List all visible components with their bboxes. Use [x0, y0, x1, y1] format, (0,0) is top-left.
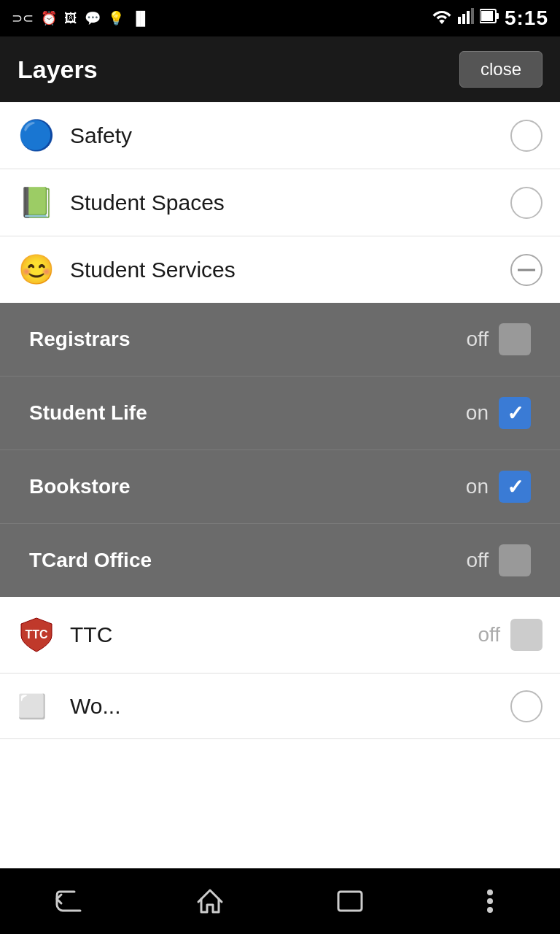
ttc-layer-item[interactable]: TTC TTC off: [0, 597, 560, 674]
registrars-toggle-area: off: [454, 323, 531, 355]
partial-expand-icon[interactable]: [510, 690, 542, 722]
bookstore-state: on: [454, 475, 489, 498]
tcard-office-sub-item: TCard Office off: [0, 524, 560, 597]
battery-icon: [480, 8, 499, 28]
bookstore-label: Bookstore: [29, 475, 454, 498]
student-life-state: on: [454, 401, 489, 425]
registrars-state: off: [454, 328, 489, 351]
image-icon: 🖼: [64, 11, 77, 26]
bookstore-toggle[interactable]: ✓: [499, 471, 531, 503]
wifi-icon: [432, 8, 452, 28]
svg-point-9: [487, 889, 493, 895]
student-life-sub-item: Student Life on ✓: [0, 377, 560, 450]
svg-rect-8: [338, 892, 362, 911]
student-life-label: Student Life: [29, 401, 454, 425]
safety-icon: 🔵: [18, 118, 55, 153]
lightbulb-icon: 💡: [108, 10, 124, 26]
student-services-expanded: Registrars off Student Life on ✓ Booksto…: [0, 303, 560, 597]
student-services-collapse-icon[interactable]: [510, 254, 542, 286]
more-icon: [486, 889, 494, 914]
ttc-toggle-area: off: [465, 619, 542, 651]
partial-layer-item[interactable]: ⬜ Wo...: [0, 674, 560, 739]
partial-layer-icon: ⬜: [18, 692, 55, 720]
back-icon: [54, 889, 86, 914]
partial-layer-label: Wo...: [70, 694, 510, 719]
more-button[interactable]: [461, 879, 519, 923]
tcard-office-toggle[interactable]: [499, 544, 531, 576]
registrars-label: Registrars: [29, 328, 454, 351]
status-bar-left: ⊃⊂ ⏰ 🖼 💬 💡 ▐▌: [12, 10, 150, 26]
student-life-toggle[interactable]: ✓: [499, 397, 531, 429]
voicemail-icon: ⊃⊂: [12, 10, 34, 26]
student-spaces-label: Student Spaces: [70, 190, 510, 215]
registrars-toggle[interactable]: [499, 323, 531, 355]
barcode-icon: ▐▌: [131, 11, 150, 26]
recents-button[interactable]: [321, 879, 379, 923]
status-bar: ⊃⊂ ⏰ 🖼 💬 💡 ▐▌ 5:15: [0, 0, 560, 36]
recents-icon: [336, 889, 364, 913]
ttc-toggle[interactable]: [510, 619, 542, 651]
navigation-bar: [0, 868, 560, 934]
ttc-shield-icon: TTC: [20, 617, 53, 653]
student-services-layer-item[interactable]: 😊 Student Services: [0, 236, 560, 303]
time-display: 5:15: [505, 7, 548, 30]
svg-rect-0: [458, 17, 461, 24]
svg-point-11: [487, 907, 493, 913]
tcard-office-state: off: [454, 549, 489, 572]
home-button[interactable]: [181, 879, 239, 923]
student-life-toggle-area: on ✓: [454, 397, 531, 429]
ttc-icon-container: TTC: [18, 616, 55, 654]
svg-rect-3: [471, 8, 474, 24]
home-icon: [195, 887, 225, 915]
svg-rect-5: [481, 11, 493, 21]
status-bar-right: 5:15: [432, 7, 548, 30]
close-button[interactable]: close: [459, 51, 542, 88]
registrars-sub-item: Registrars off: [0, 303, 560, 377]
svg-rect-1: [462, 14, 465, 24]
student-services-icon: 😊: [18, 252, 55, 287]
bookstore-checkmark: ✓: [507, 475, 524, 499]
svg-rect-6: [496, 13, 499, 19]
bookstore-sub-item: Bookstore on ✓: [0, 450, 560, 524]
bookstore-toggle-area: on ✓: [454, 471, 531, 503]
safety-expand-icon[interactable]: [510, 120, 542, 152]
student-spaces-icon: 📗: [18, 185, 55, 220]
back-button[interactable]: [41, 879, 99, 923]
ttc-label: TTC: [70, 622, 465, 647]
student-spaces-layer-item[interactable]: 📗 Student Spaces: [0, 169, 560, 236]
page-title: Layers: [18, 55, 98, 84]
tcard-office-toggle-area: off: [454, 544, 531, 576]
student-life-checkmark: ✓: [507, 401, 524, 425]
ttc-state: off: [465, 623, 500, 647]
student-services-label: Student Services: [70, 258, 510, 282]
tcard-office-label: TCard Office: [29, 549, 454, 572]
message-icon: 💬: [85, 10, 101, 26]
alarm-icon: ⏰: [41, 10, 57, 26]
svg-point-10: [487, 898, 493, 904]
header: Layers close: [0, 36, 560, 102]
svg-rect-2: [467, 11, 470, 24]
safety-label: Safety: [70, 123, 510, 148]
signal-icon: [458, 8, 474, 28]
safety-layer-item[interactable]: 🔵 Safety: [0, 102, 560, 169]
student-spaces-expand-icon[interactable]: [510, 187, 542, 219]
svg-text:TTC: TTC: [25, 628, 48, 641]
